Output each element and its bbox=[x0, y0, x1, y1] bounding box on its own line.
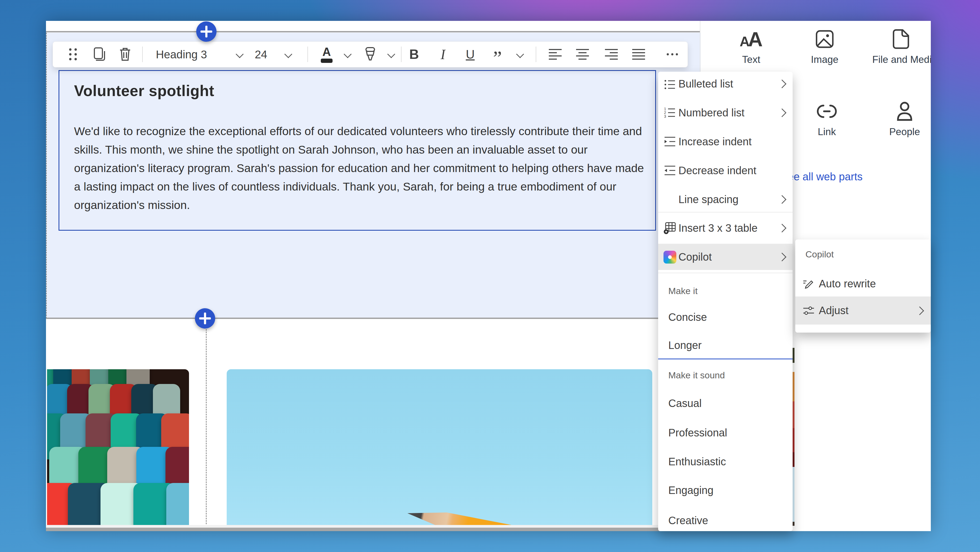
bold-icon: B bbox=[409, 46, 419, 62]
italic-button[interactable]: I bbox=[433, 45, 453, 64]
webpart-label: Link bbox=[797, 126, 856, 137]
justify-button[interactable] bbox=[629, 45, 648, 64]
chevron-down-icon[interactable] bbox=[387, 50, 395, 58]
editor-heading[interactable]: Volunteer spotlight bbox=[74, 82, 215, 99]
drag-handle[interactable] bbox=[64, 45, 83, 64]
menu-item-copilot[interactable]: Copilot bbox=[658, 244, 792, 270]
underline-icon: U bbox=[466, 47, 474, 62]
submenu-item-adjust[interactable]: Adjust bbox=[795, 297, 931, 325]
copy-button[interactable] bbox=[89, 45, 109, 64]
menu-item-line-spacing[interactable]: Line spacing bbox=[658, 187, 792, 212]
quote-icon: ” bbox=[493, 54, 502, 62]
highlighter-icon bbox=[364, 46, 377, 62]
menu-option-casual[interactable]: Casual bbox=[668, 390, 783, 416]
highlight-button[interactable] bbox=[361, 45, 380, 64]
menu-option-engaging[interactable]: Engaging bbox=[668, 477, 783, 503]
chevron-right-icon bbox=[778, 108, 786, 117]
see-all-web-parts-link[interactable]: See all web parts bbox=[781, 171, 863, 183]
menu-group-header: Make it bbox=[668, 280, 698, 302]
menu-option-longer[interactable]: Longer bbox=[668, 332, 783, 358]
quote-button[interactable]: ” bbox=[488, 45, 507, 64]
menu-item-label: Copilot bbox=[678, 244, 712, 270]
menu-divider-accent bbox=[658, 359, 792, 359]
submenu-header: Copilot bbox=[805, 244, 834, 265]
menu-divider bbox=[658, 212, 792, 212]
align-right-button[interactable] bbox=[602, 45, 621, 64]
horizontal-scrollbar-track bbox=[46, 525, 700, 528]
menu-option-creative[interactable]: Creative bbox=[668, 507, 783, 533]
editor-paragraph[interactable]: We'd like to recognize the exceptional e… bbox=[74, 122, 649, 214]
webpart-link[interactable]: Link bbox=[797, 99, 856, 137]
text-style-dropdown[interactable]: Heading 3 bbox=[156, 42, 207, 67]
chevron-right-icon bbox=[778, 80, 786, 88]
toolbar-divider bbox=[142, 46, 143, 62]
menu-item-bulleted-list[interactable]: Bulleted list bbox=[658, 72, 792, 96]
insert-table-icon bbox=[663, 222, 676, 235]
webpart-text[interactable]: AA Text bbox=[722, 26, 781, 65]
copilot-submenu: Copilot Auto rewrite Adjust bbox=[795, 239, 931, 333]
menu-item-label: Insert 3 x 3 table bbox=[678, 215, 757, 241]
add-section-button-top[interactable] bbox=[196, 21, 216, 42]
webpart-label: Text bbox=[722, 54, 781, 65]
copilot-icon bbox=[663, 251, 676, 263]
format-toolbar: Heading 3 24 A B I U ” bbox=[52, 41, 688, 67]
chevron-down-icon[interactable] bbox=[285, 50, 293, 58]
text-webpart-icon: AA bbox=[722, 26, 781, 52]
image-webpart-icon bbox=[795, 26, 854, 52]
adjust-icon bbox=[802, 304, 815, 317]
svg-text:3: 3 bbox=[664, 114, 666, 118]
chevron-right-icon bbox=[778, 195, 786, 204]
menu-item-increase-indent[interactable]: Increase indent bbox=[658, 129, 792, 155]
toolbar-divider bbox=[307, 46, 308, 62]
menu-option-professional[interactable]: Professional bbox=[668, 420, 783, 445]
toolbar-divider bbox=[401, 46, 401, 62]
menu-option-concise[interactable]: Concise bbox=[668, 304, 783, 330]
menu-item-numbered-list[interactable]: 123 Numbered list bbox=[658, 100, 792, 126]
chevron-right-icon bbox=[778, 224, 786, 233]
menu-option-enthusiastic[interactable]: Enthusiastic bbox=[668, 449, 783, 474]
add-section-button-middle[interactable] bbox=[195, 308, 215, 329]
font-color-button[interactable]: A bbox=[317, 45, 336, 64]
column-divider-dashed bbox=[206, 329, 207, 526]
more-options-button[interactable] bbox=[663, 45, 682, 64]
align-center-button[interactable] bbox=[573, 45, 592, 64]
file-webpart-icon bbox=[872, 26, 931, 52]
delete-button[interactable] bbox=[116, 45, 135, 64]
menu-item-label: Increase indent bbox=[678, 129, 752, 155]
chairs-photo-canvas bbox=[47, 369, 189, 526]
align-left-button[interactable] bbox=[546, 45, 565, 64]
numbered-list-icon: 123 bbox=[663, 106, 676, 119]
chairs-image[interactable] bbox=[47, 369, 189, 526]
section-boundary-line-top bbox=[46, 31, 700, 32]
menu-item-label: Decrease indent bbox=[678, 158, 756, 183]
pencil-graphic bbox=[406, 505, 645, 526]
bold-button[interactable]: B bbox=[404, 45, 424, 64]
pencil-image[interactable] bbox=[227, 369, 652, 526]
menu-divider bbox=[658, 273, 792, 273]
webpart-file-and-media[interactable]: File and Media bbox=[872, 26, 931, 65]
submenu-item-label: Auto rewrite bbox=[819, 270, 876, 297]
underline-button[interactable]: U bbox=[461, 45, 480, 64]
bulleted-list-icon bbox=[663, 78, 676, 91]
menu-item-insert-table[interactable]: Insert 3 x 3 table bbox=[658, 215, 792, 241]
webpart-label: People bbox=[875, 126, 931, 137]
justify-icon bbox=[632, 48, 646, 60]
font-size-dropdown[interactable]: 24 bbox=[255, 42, 267, 67]
align-center-icon bbox=[576, 48, 589, 60]
chevron-right-icon bbox=[915, 306, 924, 315]
webpart-image[interactable]: Image bbox=[795, 26, 854, 65]
chevron-down-icon[interactable] bbox=[236, 50, 244, 58]
chevron-right-icon bbox=[778, 252, 786, 262]
auto-rewrite-icon bbox=[802, 277, 815, 290]
align-left-icon bbox=[548, 48, 562, 60]
chevron-down-icon[interactable] bbox=[344, 50, 352, 58]
align-right-icon bbox=[605, 48, 618, 60]
submenu-item-label: Adjust bbox=[819, 297, 848, 323]
horizontal-scrollbar-thumb[interactable] bbox=[46, 528, 700, 531]
submenu-item-auto-rewrite[interactable]: Auto rewrite bbox=[795, 270, 931, 297]
webpart-label: Image bbox=[795, 54, 854, 65]
menu-item-decrease-indent[interactable]: Decrease indent bbox=[658, 158, 792, 183]
webpart-people[interactable]: People bbox=[875, 99, 931, 137]
people-webpart-icon bbox=[875, 99, 931, 124]
chevron-down-icon[interactable] bbox=[516, 50, 524, 58]
